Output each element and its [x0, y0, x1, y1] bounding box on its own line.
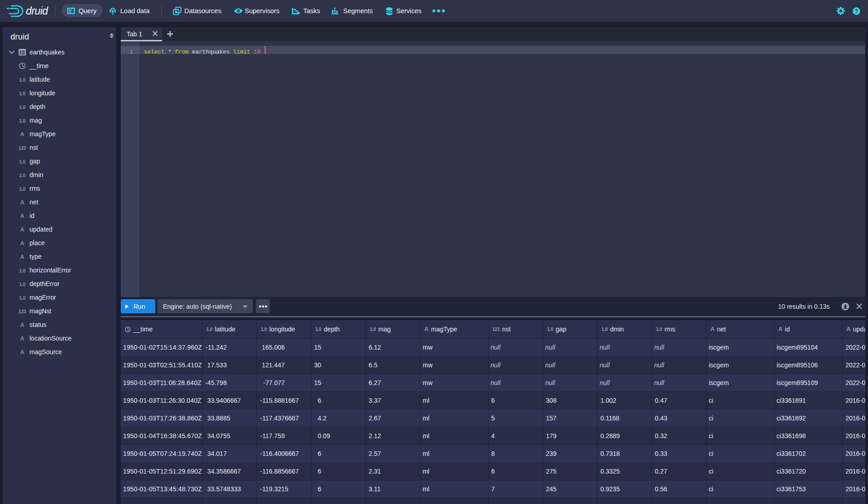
svg-text:?: ? [855, 8, 858, 15]
